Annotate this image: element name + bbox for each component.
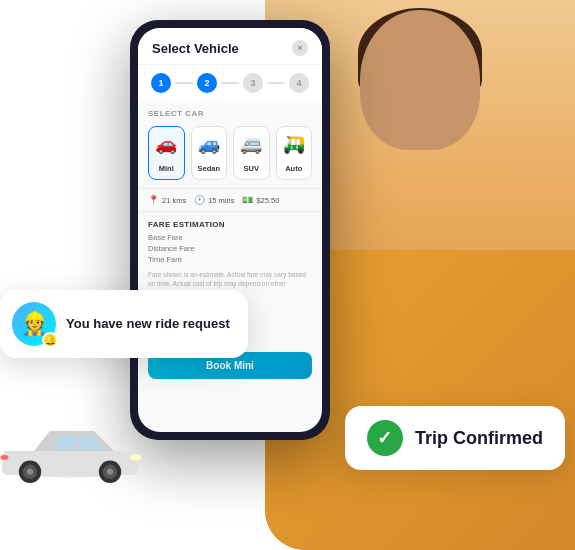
car-image — [0, 406, 150, 500]
sedan-car-name: Sedan — [197, 164, 220, 173]
trip-price: 💵 $25.50 — [242, 195, 279, 205]
sedan-car-icon: 🚙 — [196, 133, 223, 155]
head — [360, 10, 480, 150]
car-option-sedan[interactable]: 🚙 Sedan — [191, 126, 228, 180]
base-fare-label: Base Fare — [148, 233, 183, 242]
trip-info-row: 📍 21 kms 🕐 15 mins 💵 $25.50 — [138, 188, 322, 212]
car-option-auto[interactable]: 🛺 Auto — [276, 126, 313, 180]
svg-point-9 — [0, 455, 8, 460]
fare-row-distance: Distance Fare — [148, 244, 312, 253]
auto-car-name: Auto — [285, 164, 302, 173]
phone-title: Select Vehicle — [152, 41, 239, 56]
step-line-2 — [221, 82, 239, 84]
check-circle-icon: ✓ — [367, 420, 403, 456]
driver-avatar: 👷 🔔 — [12, 302, 56, 346]
step-3[interactable]: 3 — [243, 73, 263, 93]
mini-car-name: Mini — [159, 164, 174, 173]
car-options: 🚗 Mini 🚙 Sedan 🚐 SUV 🛺 Auto — [138, 122, 322, 188]
suv-car-icon: 🚐 — [238, 133, 265, 155]
select-car-label: SELECT CAR — [138, 101, 322, 122]
distance-fare-label: Distance Fare — [148, 244, 195, 253]
time-value: 15 mins — [208, 196, 234, 205]
step-2[interactable]: 2 — [197, 73, 217, 93]
car-svg — [0, 406, 150, 496]
svg-point-7 — [107, 469, 113, 475]
phone-mockup: Select Vehicle × 1 2 3 4 SELECT CAR 🚗 Mi… — [130, 20, 330, 440]
step-line-3 — [267, 82, 285, 84]
avatar-person-icon: 👷 — [21, 311, 48, 337]
distance-icon: 📍 — [148, 195, 159, 205]
price-icon: 💵 — [242, 195, 253, 205]
auto-car-icon: 🛺 — [281, 133, 308, 155]
close-button[interactable]: × — [292, 40, 308, 56]
fare-row-base: Base Fare — [148, 233, 312, 242]
mini-car-icon: 🚗 — [153, 133, 180, 155]
fare-title: FARE ESTIMATION — [148, 220, 312, 229]
suv-car-name: SUV — [244, 164, 259, 173]
time-icon: 🕐 — [194, 195, 205, 205]
price-value: $25.50 — [256, 196, 279, 205]
car-option-mini[interactable]: 🚗 Mini — [148, 126, 185, 180]
ride-request-notification: 👷 🔔 You have new ride request — [0, 290, 248, 358]
steps-row: 1 2 3 4 — [138, 65, 322, 101]
car-option-suv[interactable]: 🚐 SUV — [233, 126, 270, 180]
notification-text: You have new ride request — [66, 316, 230, 333]
svg-point-8 — [130, 454, 141, 460]
time-fare-label: Time Fare — [148, 255, 182, 264]
trip-confirmed-card: ✓ Trip Confirmed — [345, 406, 565, 470]
phone-screen: Select Vehicle × 1 2 3 4 SELECT CAR 🚗 Mi… — [138, 28, 322, 432]
step-1[interactable]: 1 — [151, 73, 171, 93]
bell-badge: 🔔 — [42, 332, 58, 348]
trip-confirmed-text: Trip Confirmed — [415, 428, 543, 449]
distance-value: 21 kms — [162, 196, 186, 205]
fare-row-time: Time Fare — [148, 255, 312, 264]
trip-time: 🕐 15 mins — [194, 195, 234, 205]
phone-header: Select Vehicle × — [138, 28, 322, 65]
step-4[interactable]: 4 — [289, 73, 309, 93]
step-line-1 — [175, 82, 193, 84]
svg-point-4 — [27, 469, 33, 475]
trip-distance: 📍 21 kms — [148, 195, 186, 205]
